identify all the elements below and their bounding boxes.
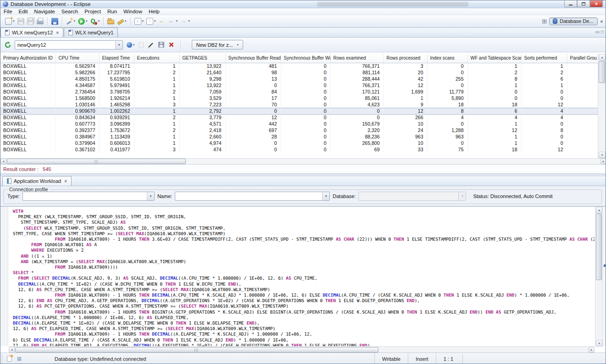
run-sql-button[interactable]: ▾ (89, 17, 101, 26)
column-header[interactable]: Rows examined (330, 54, 384, 63)
scroll-up-icon[interactable]: ▴ (596, 207, 602, 213)
new-wizard-button[interactable]: ▾ (4, 17, 16, 26)
minimize-view-icon[interactable]: ▭ (595, 29, 600, 34)
column-header[interactable]: Primary Authorization ID (0, 54, 56, 63)
outline-icon[interactable]: ⊞ (17, 356, 22, 362)
column-header[interactable]: Synchronous Buffer Reads (225, 54, 281, 63)
scrollbar-thumb[interactable] (596, 214, 602, 280)
combo-dropdown-icon[interactable]: ▾ (147, 192, 154, 200)
menu-search[interactable]: Search (58, 9, 81, 14)
delete-query-button[interactable] (168, 41, 175, 48)
scroll-right-icon[interactable]: ▸ (600, 159, 606, 164)
refresh-icon[interactable] (4, 41, 11, 49)
column-header[interactable]: WF and Tablespace Scans (467, 54, 521, 63)
console-icon[interactable] (7, 356, 12, 362)
dropdown-arrow-icon[interactable]: ▾ (74, 19, 76, 23)
tab-close-icon[interactable]: × (64, 179, 67, 184)
scroll-left-icon[interactable]: ◂ (9, 347, 15, 353)
back-button[interactable]: ▾ (167, 17, 179, 26)
dropdown-arrow-icon[interactable]: ▾ (13, 19, 15, 23)
menu-navigate[interactable]: Navigate (31, 9, 58, 14)
table-vertical-scrollbar[interactable]: ▴ ▾ (598, 54, 606, 158)
scroll-down-icon[interactable]: ▾ (599, 152, 606, 158)
table-row[interactable]: BOXWELL6.5629748.074171113,9224810766,37… (0, 63, 606, 69)
next-annotation-button[interactable]: ▾ (133, 17, 145, 26)
scroll-right-icon[interactable]: ▸ (589, 347, 595, 353)
open-folder-button[interactable] (106, 17, 115, 25)
print-button[interactable] (36, 17, 44, 25)
editor-horizontal-scrollbar[interactable]: ◂ ▸ (9, 346, 595, 353)
perspective-overflow-chevron[interactable]: » (600, 19, 603, 24)
dropdown-arrow-icon[interactable]: ▾ (98, 19, 100, 23)
title-bar[interactable]: Database Development - - Eclipse × (0, 0, 606, 8)
editor-tab[interactable]: WLX newQuery12× (0, 28, 63, 37)
minimize-button[interactable] (564, 0, 577, 7)
query-name-combo[interactable]: newQuery12 ▾ (15, 40, 123, 50)
save-query-button[interactable] (158, 41, 165, 48)
dropdown-arrow-icon[interactable]: ▾ (125, 19, 127, 23)
annotation-marker[interactable] (604, 265, 606, 267)
column-header[interactable]: Rows processed (384, 54, 427, 63)
table-row[interactable]: BOXWELL0.8436340.93929123,7791200266444 (0, 114, 606, 121)
highlighter-button[interactable]: ▾ (116, 17, 128, 26)
type-combo[interactable]: ▾ (22, 192, 155, 201)
scrollbar-thumb[interactable] (15, 347, 378, 353)
column-header[interactable]: Elapsed Time (99, 54, 134, 63)
scroll-down-icon[interactable]: ▾ (596, 340, 602, 347)
open-perspective-icon[interactable]: ⊞ (542, 18, 547, 25)
new-db2-button[interactable]: New DB2 for z... ▾ (192, 40, 244, 50)
dropdown-arrow-icon[interactable]: ▾ (188, 19, 190, 23)
scroll-up-icon[interactable]: ▴ (599, 54, 606, 61)
table-row[interactable]: BOXWELL5.98226617.237795221,640980881,11… (0, 69, 606, 76)
menu-edit[interactable]: Edit (16, 9, 31, 14)
table-row[interactable]: BOXWELL1.5685001.92621413,52917085,06115… (0, 95, 606, 101)
combo-dropdown-icon[interactable]: ▾ (322, 192, 329, 200)
tab-close-icon[interactable]: × (56, 30, 59, 35)
sql-editor[interactable]: WITH PRIME_KEY (WLX_TIMESTAMP, STMT_GROU… (0, 206, 606, 353)
table-row[interactable]: BOXWELL0.3849671.11343912,66028088,23696… (0, 133, 606, 140)
table-row[interactable]: BOXWELL2.7364543.79870527,059840170,1211… (0, 88, 606, 95)
menu-run[interactable]: Run (104, 9, 120, 14)
forward-button[interactable]: ▾ (179, 17, 191, 26)
menu-project[interactable]: Project (81, 9, 104, 14)
column-header[interactable]: GETPAGES (179, 54, 225, 63)
column-header[interactable]: Index scans (427, 54, 467, 63)
column-header[interactable]: Synchronous Buffer Writes (281, 54, 330, 63)
column-header[interactable]: Executions (134, 54, 179, 63)
menu-file[interactable]: File (0, 9, 16, 14)
table-row[interactable]: BOXWELL4.8501755.61981019,298130288,4444… (0, 76, 606, 82)
table-row[interactable]: BOXWELL0.3923771.75367222,41869702,32024… (0, 127, 606, 133)
magic-wand-button[interactable]: ▾ (65, 17, 77, 26)
menu-window[interactable]: Window (120, 9, 145, 14)
maximize-button[interactable] (577, 0, 590, 7)
scrollbar-thumb[interactable] (599, 61, 605, 83)
sql-code-area[interactable]: WITH PRIME_KEY (WLX_TIMESTAMP, STMT_GROU… (9, 207, 595, 346)
table-row[interactable]: BOXWELL0.3671020.4119773474006933751812 (0, 146, 606, 153)
scrollbar-thumb[interactable] (7, 159, 186, 164)
column-header[interactable]: CPU Time (56, 54, 99, 63)
sql-scrapbook-button[interactable] (50, 17, 59, 26)
menu-help[interactable]: Help (145, 9, 163, 14)
database-perspective-button[interactable]: Database De... (549, 17, 598, 25)
dropdown-arrow-icon[interactable]: ▾ (154, 19, 156, 23)
editor-vertical-scrollbar[interactable]: ▴ ▾ (595, 207, 602, 347)
close-button[interactable]: × (590, 0, 603, 7)
editor-tab[interactable]: WLX newQuery1 (64, 28, 118, 37)
dropdown-arrow-icon[interactable]: ▾ (176, 19, 178, 23)
name-combo[interactable]: ▾ (175, 192, 330, 201)
application-workload-tab[interactable]: Application Workload × (2, 176, 72, 186)
table-row[interactable]: BOXWELL0.6077733.09639914,5714420150,679… (0, 121, 606, 127)
table-row[interactable]: BOXWELL0.3799040.60601314,97400265,80010… (0, 140, 606, 146)
scroll-left-icon[interactable]: ◂ (0, 159, 6, 164)
edit-query-button[interactable] (147, 41, 155, 49)
maximize-view-icon[interactable]: □ (601, 29, 604, 34)
dropdown-arrow-icon[interactable]: ▾ (142, 19, 144, 23)
dropdown-arrow-icon[interactable]: ▾ (133, 43, 135, 47)
new-query-button[interactable]: ▾ (126, 42, 135, 48)
run-button[interactable]: ▾ (77, 17, 89, 26)
table-row[interactable]: BOXWELL1.0301461.46529837,2237004,623918… (0, 101, 606, 108)
last-edit-location-button[interactable] (158, 17, 167, 26)
dropdown-arrow-icon[interactable]: ▾ (86, 19, 88, 23)
previous-annotation-button[interactable]: ▾ (145, 17, 157, 26)
combo-dropdown-icon[interactable]: ▾ (115, 41, 122, 49)
